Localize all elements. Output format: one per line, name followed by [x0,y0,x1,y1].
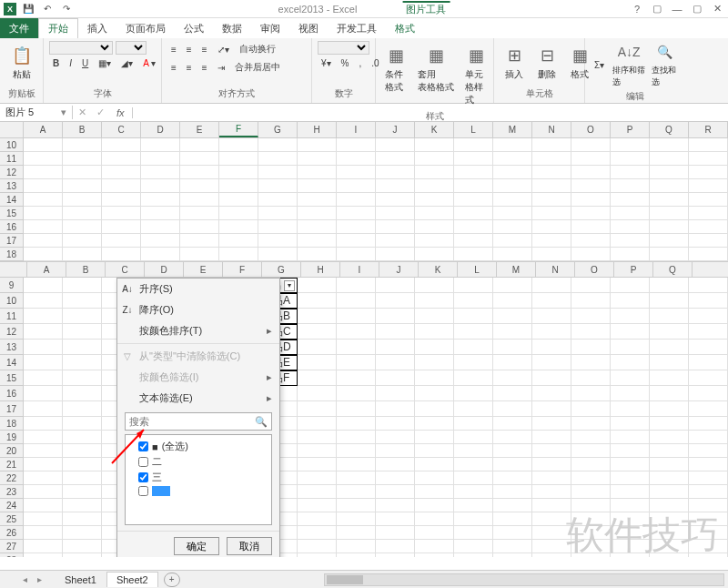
select-all-corner[interactable] [0,262,27,277]
cell[interactable] [298,248,337,261]
delete-cells-button[interactable]: ⊟删除 [532,41,561,85]
row-header[interactable]: 13 [0,340,24,355]
column-header[interactable]: L [458,262,497,277]
column-header[interactable]: M [497,262,536,277]
tab-data[interactable]: 数据 [213,18,251,38]
cell[interactable] [337,309,376,324]
cell[interactable] [611,526,650,540]
cell[interactable] [571,166,611,179]
cell[interactable] [298,471,337,485]
cell[interactable] [63,138,102,152]
comma-button[interactable]: , [355,56,365,70]
cell[interactable] [650,386,689,401]
cell[interactable] [650,431,689,444]
cell[interactable] [650,340,689,355]
cell[interactable] [493,220,532,234]
row-header[interactable]: 12 [0,166,24,179]
cell[interactable] [571,458,611,471]
cell[interactable] [650,220,689,234]
cell[interactable] [337,540,376,553]
cell[interactable] [415,512,454,526]
cell[interactable] [180,179,219,193]
cell[interactable] [298,309,337,324]
row-header[interactable]: 11 [0,309,24,324]
cell[interactable] [415,355,454,370]
cell[interactable] [532,193,571,207]
help-button[interactable]: ? [630,2,644,16]
border-button[interactable]: ▦▾ [95,56,115,70]
cell[interactable] [24,499,63,512]
cell[interactable] [689,526,728,540]
tab-format[interactable]: 格式 [386,18,424,38]
cell[interactable] [454,401,493,417]
cell[interactable] [454,444,493,458]
cell[interactable] [102,179,141,193]
cell[interactable] [298,166,337,179]
cell[interactable] [180,207,219,220]
cell[interactable] [63,309,102,324]
cell[interactable] [63,278,102,293]
cell[interactable] [337,355,376,370]
column-header[interactable]: Q [653,262,693,277]
cell[interactable] [141,166,180,179]
cell[interactable] [258,207,298,220]
cell[interactable] [611,248,650,261]
cell[interactable] [493,207,532,220]
column-header[interactable]: O [575,262,614,277]
cell[interactable] [63,220,102,234]
cell[interactable] [493,553,532,557]
cell[interactable] [102,138,141,152]
cell[interactable] [650,417,689,431]
cell[interactable] [454,540,493,553]
cell[interactable] [63,526,102,540]
save-button[interactable]: 💾 [20,1,36,17]
cell[interactable] [493,471,532,485]
cell[interactable] [376,401,415,417]
cell[interactable] [337,234,376,248]
cell[interactable] [571,138,611,152]
cell[interactable] [376,152,415,166]
sort-descending-item[interactable]: Z↓降序(O) [117,299,279,320]
cell[interactable] [689,499,728,512]
indent-button[interactable]: ⇥ [214,61,228,75]
cell[interactable] [689,179,728,193]
align-left-button[interactable]: ≡ [167,61,180,75]
cell[interactable] [376,193,415,207]
tab-file[interactable]: 文件 [0,18,38,38]
cell[interactable] [24,417,63,431]
cell[interactable] [376,485,415,499]
cell[interactable] [376,309,415,324]
cell[interactable] [298,431,337,444]
cell[interactable] [493,152,532,166]
cell[interactable] [376,540,415,553]
cell[interactable] [454,248,493,261]
cell[interactable] [376,444,415,458]
cell[interactable] [24,485,63,499]
cell[interactable] [24,340,63,355]
cell[interactable] [415,234,454,248]
cell[interactable] [689,417,728,431]
cell[interactable] [415,248,454,261]
cell[interactable] [337,370,376,386]
cell[interactable] [141,234,180,248]
cell[interactable] [337,248,376,261]
cell[interactable] [337,471,376,485]
row-header[interactable]: 21 [0,458,24,471]
cell[interactable] [24,471,63,485]
sheet-nav-prev[interactable]: ◂ [18,574,31,584]
cell[interactable] [24,179,63,193]
cell[interactable] [415,444,454,458]
cell[interactable] [571,220,611,234]
cell[interactable] [454,553,493,557]
cell[interactable] [141,220,180,234]
cell[interactable] [571,471,611,485]
column-header[interactable]: J [376,122,415,137]
cell[interactable] [689,553,728,557]
cell[interactable] [337,431,376,444]
cell[interactable] [337,278,376,293]
insert-cells-button[interactable]: ⊞插入 [500,41,529,85]
cell[interactable] [611,540,650,553]
cell[interactable] [650,471,689,485]
cell[interactable] [571,540,611,553]
cell[interactable] [63,540,102,553]
